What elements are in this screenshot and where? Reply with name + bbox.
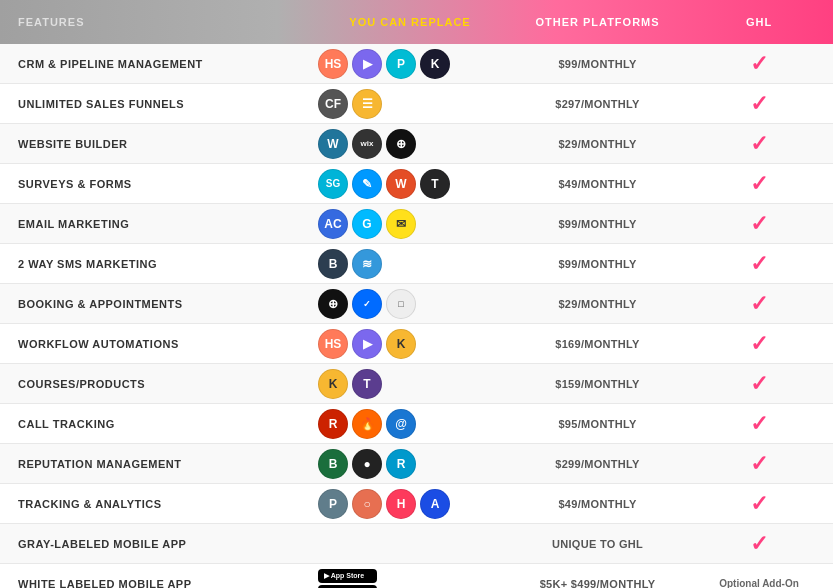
optional-addon-label: Optional Add-On bbox=[719, 578, 799, 588]
icons-cell: P○HA bbox=[310, 485, 510, 523]
googleplay-badge: ▶ Google Play bbox=[318, 585, 377, 589]
feature-name: EMAIL MARKETING bbox=[0, 218, 310, 230]
checkmark-icon: ✓ bbox=[750, 531, 768, 557]
feature-name: REPUTATION MANAGEMENT bbox=[0, 458, 310, 470]
table-row: WORKFLOW AUTOMATIONSHS▶K$169/MONTHLY✓ bbox=[0, 324, 833, 364]
ghl-cell: ✓ bbox=[685, 371, 833, 397]
platform-icon: R bbox=[386, 449, 416, 479]
platform-icon: SG bbox=[318, 169, 348, 199]
ghl-cell: ✓ bbox=[685, 451, 833, 477]
price-cell: $49/MONTHLY bbox=[510, 178, 685, 190]
checkmark-icon: ✓ bbox=[750, 331, 768, 357]
icons-cell: R🔥@ bbox=[310, 405, 510, 443]
platform-icon: CF bbox=[318, 89, 348, 119]
checkmark-icon: ✓ bbox=[750, 291, 768, 317]
platform-icon: ⊕ bbox=[318, 289, 348, 319]
platform-icon: @ bbox=[386, 409, 416, 439]
feature-name: SURVEYS & FORMS bbox=[0, 178, 310, 190]
header-ghl: GHL bbox=[685, 8, 833, 36]
platform-icon: W bbox=[318, 129, 348, 159]
checkmark-icon: ✓ bbox=[750, 211, 768, 237]
platform-icon: G bbox=[352, 209, 382, 239]
price-cell: $99/MONTHLY bbox=[510, 218, 685, 230]
platform-icon: ✉ bbox=[386, 209, 416, 239]
icons-cell: HS▶K bbox=[310, 325, 510, 363]
table-row: REPUTATION MANAGEMENTB●R$299/MONTHLY✓ bbox=[0, 444, 833, 484]
checkmark-icon: ✓ bbox=[750, 131, 768, 157]
table-row: BOOKING & APPOINTMENTS⊕✓□$29/MONTHLY✓ bbox=[0, 284, 833, 324]
platform-icon: ✓ bbox=[352, 289, 382, 319]
table-row: 2 WAY SMS MARKETINGB≋$99/MONTHLY✓ bbox=[0, 244, 833, 284]
header-features: FEATURES bbox=[0, 8, 310, 36]
ghl-cell: ✓ bbox=[685, 91, 833, 117]
platform-icon: AC bbox=[318, 209, 348, 239]
table-row: CALL TRACKINGR🔥@$95/MONTHLY✓ bbox=[0, 404, 833, 444]
table-row: CRM & PIPELINE MANAGEMENTHS▶PK$99/MONTHL… bbox=[0, 44, 833, 84]
checkmark-icon: ✓ bbox=[750, 411, 768, 437]
platform-icon: ≋ bbox=[352, 249, 382, 279]
platform-icon: ☰ bbox=[352, 89, 382, 119]
platform-icon: T bbox=[352, 369, 382, 399]
platform-icon: □ bbox=[386, 289, 416, 319]
platform-icon: ▶ bbox=[352, 329, 382, 359]
platform-icon: wix bbox=[352, 129, 382, 159]
feature-name: WEBSITE BUILDER bbox=[0, 138, 310, 150]
platform-icon: HS bbox=[318, 49, 348, 79]
ghl-cell: Optional Add-On bbox=[685, 578, 833, 588]
platform-icon: ▶ bbox=[352, 49, 382, 79]
icons-cell: B≋ bbox=[310, 245, 510, 283]
header-other: OTHER PLATFORMS bbox=[510, 8, 685, 36]
ghl-cell: ✓ bbox=[685, 171, 833, 197]
platform-icon: K bbox=[318, 369, 348, 399]
checkmark-icon: ✓ bbox=[750, 171, 768, 197]
icons-cell: B●R bbox=[310, 445, 510, 483]
platform-icon: HS bbox=[318, 329, 348, 359]
icons-cell bbox=[310, 540, 510, 548]
price-cell: UNIQUE TO GHL bbox=[510, 538, 685, 550]
checkmark-icon: ✓ bbox=[750, 491, 768, 517]
price-cell: $159/MONTHLY bbox=[510, 378, 685, 390]
price-cell: $29/MONTHLY bbox=[510, 138, 685, 150]
platform-icon: R bbox=[318, 409, 348, 439]
app-badges: ▶ App Store▶ Google Play bbox=[318, 569, 377, 589]
feature-name: GRAY-LABELED MOBILE APP bbox=[0, 538, 310, 550]
feature-name: TRACKING & ANALYTICS bbox=[0, 498, 310, 510]
platform-icon: K bbox=[386, 329, 416, 359]
feature-name: UNLIMITED SALES FUNNELS bbox=[0, 98, 310, 110]
table-row: GRAY-LABELED MOBILE APPUNIQUE TO GHL✓ bbox=[0, 524, 833, 564]
table-row: WEBSITE BUILDERWwix⊕$29/MONTHLY✓ bbox=[0, 124, 833, 164]
platform-icon: A bbox=[420, 489, 450, 519]
ghl-cell: ✓ bbox=[685, 291, 833, 317]
icons-cell: ▶ App Store▶ Google Play bbox=[310, 565, 510, 589]
checkmark-icon: ✓ bbox=[750, 371, 768, 397]
platform-icon: ○ bbox=[352, 489, 382, 519]
price-cell: $299/MONTHLY bbox=[510, 458, 685, 470]
ghl-cell: ✓ bbox=[685, 131, 833, 157]
ghl-cell: ✓ bbox=[685, 211, 833, 237]
appstore-badge: ▶ App Store bbox=[318, 569, 377, 583]
ghl-cell: ✓ bbox=[685, 531, 833, 557]
platform-icon: P bbox=[386, 49, 416, 79]
checkmark-icon: ✓ bbox=[750, 91, 768, 117]
feature-name: CRM & PIPELINE MANAGEMENT bbox=[0, 58, 310, 70]
ghl-cell: ✓ bbox=[685, 51, 833, 77]
icons-cell: CF☰ bbox=[310, 85, 510, 123]
icons-cell: ⊕✓□ bbox=[310, 285, 510, 323]
ghl-cell: ✓ bbox=[685, 251, 833, 277]
ghl-cell: ✓ bbox=[685, 331, 833, 357]
feature-name: 2 WAY SMS MARKETING bbox=[0, 258, 310, 270]
header-replace: YOU CAN REPLACE bbox=[310, 8, 510, 36]
table-row: EMAIL MARKETINGACG✉$99/MONTHLY✓ bbox=[0, 204, 833, 244]
price-cell: $169/MONTHLY bbox=[510, 338, 685, 350]
feature-name: BOOKING & APPOINTMENTS bbox=[0, 298, 310, 310]
feature-name: WHITE LABELED MOBILE APP bbox=[0, 578, 310, 589]
price-cell: $5K+ $499/MONTHLY bbox=[510, 578, 685, 589]
feature-name: CALL TRACKING bbox=[0, 418, 310, 430]
platform-icon: ✎ bbox=[352, 169, 382, 199]
table-row: UNLIMITED SALES FUNNELSCF☰$297/MONTHLY✓ bbox=[0, 84, 833, 124]
table-row: WHITE LABELED MOBILE APP▶ App Store▶ Goo… bbox=[0, 564, 833, 588]
table-row: COURSES/PRODUCTSKT$159/MONTHLY✓ bbox=[0, 364, 833, 404]
price-cell: $29/MONTHLY bbox=[510, 298, 685, 310]
platform-icon: K bbox=[420, 49, 450, 79]
table-row: TRACKING & ANALYTICSP○HA$49/MONTHLY✓ bbox=[0, 484, 833, 524]
